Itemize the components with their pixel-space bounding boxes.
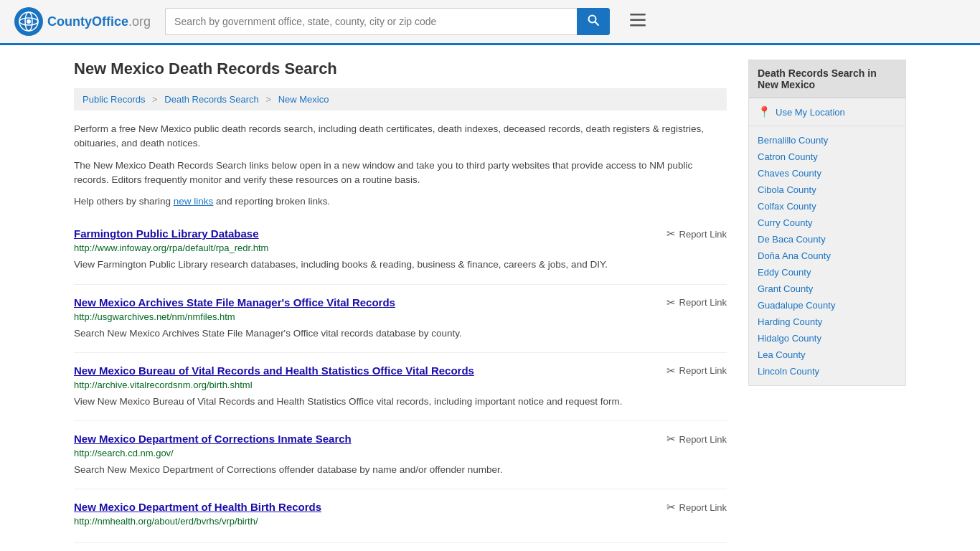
search-button[interactable] (577, 8, 610, 35)
result-desc: View Farmington Public Library research … (74, 258, 727, 272)
breadcrumb-death-records[interactable]: Death Records Search (164, 94, 259, 105)
report-link-button[interactable]: ✂ Report Link (666, 433, 727, 446)
svg-line-5 (595, 22, 599, 26)
list-item: Doña Ana County (749, 248, 905, 264)
sidebar-item-dona-ana[interactable]: Doña Ana County (758, 250, 831, 261)
report-link-button[interactable]: ✂ Report Link (666, 227, 727, 240)
sidebar-item-curry[interactable]: Curry County (758, 217, 813, 228)
search-bar (165, 8, 610, 35)
logo-text: CountyOffice.org (47, 14, 151, 29)
list-item: Colfax County (749, 198, 905, 215)
result-item: New Mexico Bureau of Vital Records and H… (74, 353, 727, 421)
result-header: New Mexico Department of Corrections Inm… (74, 433, 727, 448)
sidebar-item-catron[interactable]: Catron County (758, 151, 818, 162)
list-item: Harding County (749, 314, 905, 330)
sidebar-item-harding[interactable]: Harding County (758, 316, 822, 327)
sidebar-item-colfax[interactable]: Colfax County (758, 201, 816, 212)
results-list: Farmington Public Library Database ✂ Rep… (74, 216, 727, 543)
list-item: De Baca County (749, 231, 905, 248)
scissors-icon: ✂ (666, 296, 676, 309)
result-item: New Mexico Department of Corrections Inm… (74, 421, 727, 489)
result-item: New Mexico Department of Health Birth Re… (74, 489, 727, 543)
breadcrumb-public-records[interactable]: Public Records (83, 94, 145, 105)
description-2: The New Mexico Death Records Search link… (74, 159, 727, 188)
list-item: Cibola County (749, 182, 905, 198)
result-desc: View New Mexico Bureau of Vital Records … (74, 395, 727, 409)
result-item: New Mexico Archives State File Manager's… (74, 285, 727, 353)
list-item: Hidalgo County (749, 330, 905, 347)
report-link-button[interactable]: ✂ Report Link (666, 501, 727, 514)
list-item: Curry County (749, 215, 905, 231)
breadcrumb-sep-1: > (152, 94, 158, 105)
use-my-location: 📍 Use My Location (749, 98, 905, 126)
breadcrumb: Public Records > Death Records Search > … (74, 88, 727, 110)
main-container: New Mexico Death Records Search Public R… (60, 45, 920, 551)
use-my-location-link[interactable]: Use My Location (776, 107, 845, 118)
result-url: http://search.cd.nm.gov/ (74, 448, 727, 458)
list-item: Grant County (749, 281, 905, 297)
breadcrumb-sep-2: > (265, 94, 271, 105)
result-header: New Mexico Bureau of Vital Records and H… (74, 364, 727, 380)
page-title: New Mexico Death Records Search (74, 60, 727, 78)
sidebar-item-de-baca[interactable]: De Baca County (758, 234, 826, 245)
sidebar-item-cibola[interactable]: Cibola County (758, 184, 816, 195)
result-desc: Search New Mexico Department of Correcti… (74, 463, 727, 477)
scissors-icon: ✂ (666, 364, 676, 377)
list-item: Eddy County (749, 264, 905, 281)
result-url: http://nmhealth.org/about/erd/bvrhs/vrp/… (74, 516, 727, 527)
result-item: Farmington Public Library Database ✂ Rep… (74, 216, 727, 284)
description-1: Perform a free New Mexico public death r… (74, 122, 727, 151)
logo-icon (14, 7, 43, 36)
scissors-icon: ✂ (666, 433, 676, 446)
list-item: Catron County (749, 149, 905, 165)
svg-point-3 (27, 19, 31, 24)
new-links-link[interactable]: new links (174, 196, 214, 207)
report-link-button[interactable]: ✂ Report Link (666, 364, 727, 377)
description-3: Help others by sharing new links and rep… (74, 194, 727, 209)
sidebar-item-hidalgo[interactable]: Hidalgo County (758, 333, 821, 344)
list-item: Lea County (749, 347, 905, 363)
content-area: New Mexico Death Records Search Public R… (74, 60, 727, 543)
result-title[interactable]: New Mexico Archives State File Manager's… (74, 296, 395, 309)
sidebar-box: Death Records Search in New Mexico 📍 Use… (748, 60, 906, 386)
result-title[interactable]: New Mexico Bureau of Vital Records and H… (74, 364, 474, 377)
sidebar-item-lea[interactable]: Lea County (758, 349, 806, 360)
sidebar-title: Death Records Search in New Mexico (749, 60, 905, 98)
sidebar-item-guadalupe[interactable]: Guadalupe County (758, 300, 835, 311)
sidebar-item-lincoln[interactable]: Lincoln County (758, 366, 819, 377)
location-icon: 📍 (758, 105, 771, 118)
sidebar-item-eddy[interactable]: Eddy County (758, 267, 811, 278)
svg-rect-7 (630, 19, 646, 22)
list-item: Lincoln County (749, 363, 905, 380)
result-url: http://archive.vitalrecordsnm.org/birth.… (74, 380, 727, 390)
result-title[interactable]: Farmington Public Library Database (74, 227, 259, 240)
sidebar: Death Records Search in New Mexico 📍 Use… (748, 60, 906, 543)
search-input[interactable] (165, 8, 577, 35)
list-item: Bernalillo County (749, 132, 905, 149)
sidebar-item-grant[interactable]: Grant County (758, 283, 813, 294)
report-link-button[interactable]: ✂ Report Link (666, 296, 727, 309)
scissors-icon: ✂ (666, 227, 676, 240)
site-logo[interactable]: CountyOffice.org (14, 7, 151, 36)
result-desc: Search New Mexico Archives State File Ma… (74, 326, 727, 341)
county-list: Bernalillo County Catron County Chaves C… (749, 126, 905, 385)
svg-rect-8 (630, 24, 646, 27)
menu-button[interactable] (624, 9, 651, 34)
site-header: CountyOffice.org (0, 0, 980, 45)
svg-rect-6 (630, 14, 646, 16)
result-url: http://usgwarchives.net/nm/nmfiles.htm (74, 311, 727, 322)
list-item: Guadalupe County (749, 297, 905, 314)
sidebar-item-chaves[interactable]: Chaves County (758, 168, 821, 179)
result-header: New Mexico Department of Health Birth Re… (74, 501, 727, 516)
list-item: Chaves County (749, 165, 905, 182)
result-header: Farmington Public Library Database ✂ Rep… (74, 227, 727, 242)
scissors-icon: ✂ (666, 501, 676, 514)
result-title[interactable]: New Mexico Department of Corrections Inm… (74, 433, 352, 445)
result-header: New Mexico Archives State File Manager's… (74, 296, 727, 311)
result-title[interactable]: New Mexico Department of Health Birth Re… (74, 501, 321, 513)
sidebar-item-bernalillo[interactable]: Bernalillo County (758, 135, 828, 146)
breadcrumb-new-mexico[interactable]: New Mexico (278, 94, 329, 105)
result-url: http://www.infoway.org/rpa/default/rpa_r… (74, 242, 727, 253)
